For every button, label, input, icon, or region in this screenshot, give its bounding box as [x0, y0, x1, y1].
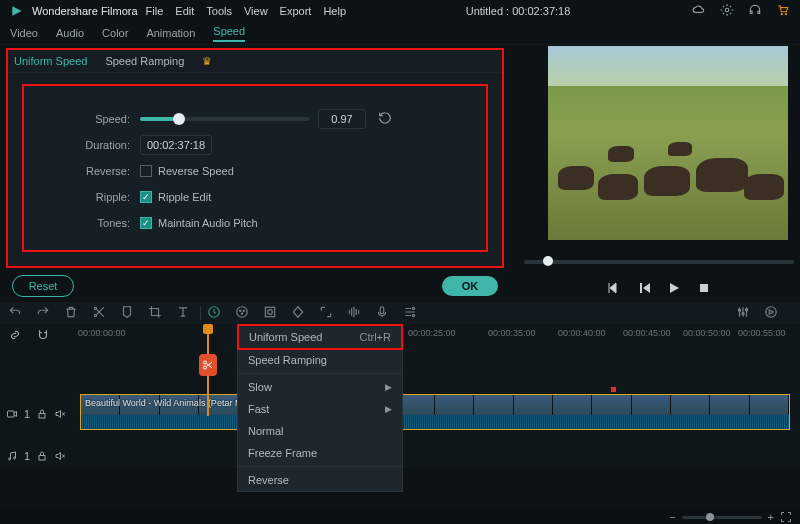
- menu-tools[interactable]: Tools: [206, 5, 232, 17]
- svg-point-14: [412, 307, 414, 309]
- tab-color[interactable]: Color: [102, 27, 128, 39]
- audio-track-icon: [6, 450, 18, 462]
- crop-icon[interactable]: [148, 305, 162, 321]
- ctx-normal[interactable]: Normal: [238, 420, 402, 442]
- track-options-icon[interactable]: [403, 305, 417, 321]
- reverse-check-label: Reverse Speed: [158, 165, 234, 177]
- audio-tool-icon[interactable]: [347, 305, 361, 321]
- svg-point-12: [268, 310, 273, 315]
- menu-export[interactable]: Export: [280, 5, 312, 17]
- play-icon[interactable]: [668, 282, 680, 294]
- svg-point-7: [237, 307, 248, 318]
- duration-value-input[interactable]: 00:02:37:18: [140, 135, 212, 155]
- ok-button[interactable]: OK: [442, 276, 498, 296]
- audio-track-header: 1: [6, 446, 72, 466]
- svg-point-5: [94, 314, 96, 316]
- menu-view[interactable]: View: [244, 5, 268, 17]
- ctx-reverse[interactable]: Reverse: [238, 469, 402, 491]
- color-tool-icon[interactable]: [235, 305, 249, 321]
- speed-subtabs: Uniform Speed Speed Ramping ♛: [8, 50, 502, 73]
- ctx-uniform-speed[interactable]: Uniform SpeedCtrl+R: [237, 324, 403, 350]
- delete-icon[interactable]: [64, 305, 78, 321]
- bottom-scrollbar[interactable]: − +: [0, 510, 800, 524]
- ctx-slow[interactable]: Slow▶: [238, 376, 402, 398]
- audio-track-number: 1: [24, 450, 30, 462]
- expand-tool-icon[interactable]: [319, 305, 333, 321]
- prev-frame-icon[interactable]: [608, 282, 620, 294]
- ctx-speed-ramping[interactable]: Speed Ramping: [238, 349, 402, 371]
- settings-gear-icon[interactable]: [720, 3, 734, 19]
- speed-panel-inner: Speed: 0.97 Duration: 00:02:37:18 Revers…: [22, 84, 488, 252]
- svg-rect-23: [39, 414, 45, 419]
- tones-checkbox[interactable]: ✓: [140, 217, 152, 229]
- svg-rect-22: [8, 411, 15, 417]
- speed-tool-icon[interactable]: [207, 305, 221, 321]
- subtab-speed-ramping[interactable]: Speed Ramping: [105, 55, 184, 67]
- marker-add-icon[interactable]: [120, 305, 134, 321]
- ripple-checkbox[interactable]: ✓: [140, 191, 152, 203]
- mute-icon[interactable]: [54, 408, 66, 420]
- speed-context-menu: Uniform SpeedCtrl+R Speed Ramping Slow▶ …: [237, 324, 403, 492]
- duration-label: Duration:: [34, 139, 140, 151]
- preview-viewport: [548, 46, 788, 240]
- render-icon[interactable]: [764, 305, 778, 321]
- svg-point-8: [240, 310, 241, 311]
- cloud-icon[interactable]: [692, 3, 706, 19]
- svg-point-19: [766, 307, 777, 318]
- timeline-marker[interactable]: [611, 387, 616, 392]
- link-icon[interactable]: [8, 328, 22, 344]
- svg-point-4: [94, 307, 96, 309]
- redo-icon[interactable]: [36, 305, 50, 321]
- text-icon[interactable]: [176, 305, 190, 321]
- zoom-out-icon[interactable]: −: [669, 511, 675, 523]
- video-clip[interactable]: Beautiful World - Wild Animals (Petar Mi…: [80, 394, 790, 430]
- magnet-icon[interactable]: [36, 328, 50, 344]
- reverse-checkbox[interactable]: [140, 165, 152, 177]
- timeline-toolbar: [0, 302, 800, 324]
- mixer-icon[interactable]: [736, 305, 750, 321]
- speed-value-input[interactable]: 0.97: [318, 109, 366, 129]
- clip-label: Beautiful World - Wild Animals (Petar Mi…: [85, 398, 249, 408]
- menubar: Wondershare Filmora File Edit Tools View…: [0, 0, 800, 22]
- headphones-icon[interactable]: [748, 3, 762, 19]
- play-back-icon[interactable]: [638, 282, 650, 294]
- stop-icon[interactable]: [698, 282, 710, 294]
- speed-reset-icon[interactable]: [378, 111, 392, 127]
- lock-icon[interactable]: [36, 450, 48, 462]
- keyframe-tool-icon[interactable]: [291, 305, 305, 321]
- scissors-handle-icon[interactable]: [199, 354, 217, 376]
- tab-animation[interactable]: Animation: [146, 27, 195, 39]
- ruler-tick: 00:00:25:00: [408, 328, 456, 338]
- svg-rect-13: [380, 307, 384, 314]
- mute-icon[interactable]: [54, 450, 66, 462]
- ctx-freeze-frame[interactable]: Freeze Frame: [238, 442, 402, 464]
- menu-edit[interactable]: Edit: [175, 5, 194, 17]
- svg-point-1: [781, 14, 782, 15]
- preview-progress-slider[interactable]: [524, 260, 794, 264]
- tab-speed[interactable]: Speed: [213, 25, 245, 42]
- ctx-fast[interactable]: Fast▶: [238, 398, 402, 420]
- tones-label: Tones:: [34, 217, 140, 229]
- greenscreen-icon[interactable]: [263, 305, 277, 321]
- speed-slider[interactable]: [140, 117, 310, 121]
- split-icon[interactable]: [92, 305, 106, 321]
- tab-video[interactable]: Video: [10, 27, 38, 39]
- menu-file[interactable]: File: [146, 5, 164, 17]
- tab-audio[interactable]: Audio: [56, 27, 84, 39]
- zoom-slider[interactable]: [682, 516, 762, 519]
- chevron-right-icon: ▶: [385, 382, 392, 392]
- svg-rect-11: [265, 307, 274, 316]
- tones-check-label: Maintain Audio Pitch: [158, 217, 258, 229]
- menu-help[interactable]: Help: [323, 5, 346, 17]
- zoom-control: − +: [669, 511, 792, 523]
- reset-button[interactable]: Reset: [12, 275, 74, 297]
- panel-buttons: Reset OK: [6, 274, 504, 298]
- zoom-fit-icon[interactable]: [780, 511, 792, 523]
- subtab-uniform-speed[interactable]: Uniform Speed: [14, 55, 87, 67]
- cart-icon[interactable]: [776, 3, 790, 19]
- zoom-in-icon[interactable]: +: [768, 511, 774, 523]
- voiceover-icon[interactable]: [375, 305, 389, 321]
- ruler-tick: 00:00:50:00: [683, 328, 731, 338]
- undo-icon[interactable]: [8, 305, 22, 321]
- lock-icon[interactable]: [36, 408, 48, 420]
